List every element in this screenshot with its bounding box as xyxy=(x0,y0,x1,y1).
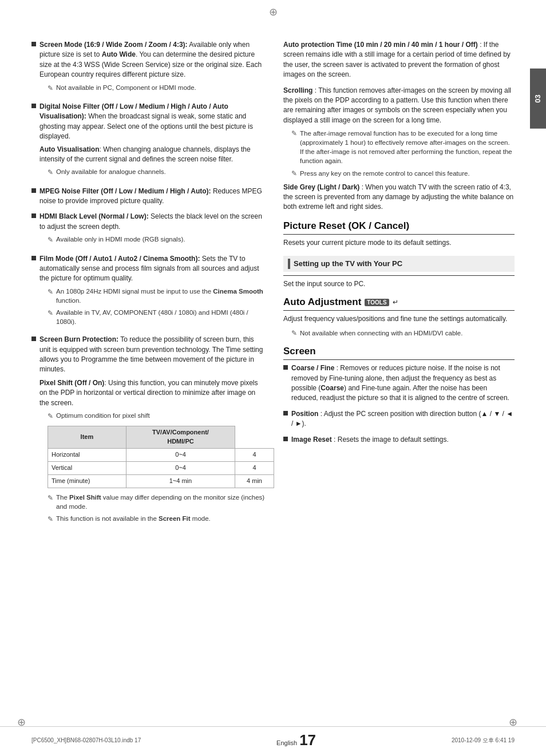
table-cell-time-range: 1~4 min xyxy=(126,475,235,488)
table-cell-vertical-label: Vertical xyxy=(48,462,126,475)
page-container: ⊕ 03 Basic Features Screen Mode (16:9 / … xyxy=(0,0,546,756)
picture-reset-body: Resets your current picture mode to its … xyxy=(283,238,515,248)
bullet-position: Position : Adjust the PC screen position… xyxy=(283,409,515,429)
bullet-square-icon xyxy=(31,104,36,108)
side-grey-section: Side Grey (Light / Dark) : When you watc… xyxy=(283,183,515,212)
crosshair-top-icon: ⊕ xyxy=(269,6,278,18)
screen-heading: Screen xyxy=(283,346,515,357)
image-reset-title: Image Reset xyxy=(291,436,332,444)
note-text: Available in TV, AV, COMPONENT (480i / 1… xyxy=(56,308,266,326)
note-text: Press any key on the remote control to c… xyxy=(300,169,515,178)
screen-burn-title: Screen Burn Protection: xyxy=(39,335,118,343)
table-header-item: Item xyxy=(48,426,126,449)
mpeg-noise-title: MPEG Noise Filter (Off / Low / Medium / … xyxy=(39,187,211,195)
table-cell-time-val: 4 min xyxy=(235,475,274,488)
note-pencil-icon: ✎ xyxy=(48,514,53,524)
picture-reset-section: Picture Reset (OK / Cancel) Resets your … xyxy=(283,220,515,248)
note-text: Not available in PC, Component or HDMI m… xyxy=(56,83,266,92)
section-divider xyxy=(283,234,515,235)
pixel-shift-table: Item TV/AV/Component/HDMI/PC Horizontal … xyxy=(48,426,274,488)
bullet-film-mode: Film Mode (Off / Auto1 / Auto2 / Cinema … xyxy=(31,254,266,330)
bullet-square-icon xyxy=(31,188,36,193)
left-column: Screen Mode (16:9 / Wide Zoom / Zoom / 4… xyxy=(31,40,266,533)
table-header-tvav: TV/AV/Component/HDMI/PC xyxy=(126,426,235,449)
bullet-square-icon xyxy=(283,437,288,441)
footer-lang: English xyxy=(276,739,297,746)
pixel-shift-title: Pixel Shift (Off / On) xyxy=(39,379,104,387)
position-body: : Adjust the PC screen position with dir… xyxy=(291,410,513,428)
table-cell-time-label: Time (minute) xyxy=(48,475,126,488)
digital-noise-note: ✎ Only available for analogue channels. xyxy=(48,167,266,177)
note-pencil-icon: ✎ xyxy=(48,493,53,503)
bullet-digital-noise: Digital Noise Filter (Off / Low / Medium… xyxy=(31,102,266,181)
note-pencil-icon: ✎ xyxy=(48,308,53,318)
hdmi-black-title: HDMI Black Level (Normal / Low): xyxy=(39,212,149,220)
bullet-screen-burn: Screen Burn Protection: To reduce the po… xyxy=(31,335,266,527)
pixel-shift-note2: ✎ The Pixel Shift value may differ depen… xyxy=(48,493,266,511)
auto-adjustment-heading: Auto Adjustment xyxy=(283,296,361,308)
auto-adjustment-section: Auto Adjustment TOOLS ↵ Adjust frequency… xyxy=(283,296,515,338)
setting-bar: Setting up the TV with Your PC xyxy=(283,256,515,272)
main-content: Screen Mode (16:9 / Wide Zoom / Zoom / 4… xyxy=(0,23,546,551)
bullet-square-icon xyxy=(31,337,36,341)
right-column: Auto protection Time (10 min / 20 min / … xyxy=(283,40,515,533)
auto-protection-title: Auto protection Time (10 min / 20 min / … xyxy=(283,41,478,49)
table-cell-vertical-val: 4 xyxy=(235,462,274,475)
table-cell-horizontal-range: 0~4 xyxy=(126,449,235,462)
screen-mode-note: ✎ Not available in PC, Component or HDMI… xyxy=(48,83,266,93)
note-pencil-icon: ✎ xyxy=(291,129,297,137)
pixel-shift-note: ✎ Optimum condition for pixel shift xyxy=(48,411,266,421)
table-row: Horizontal 0~4 4 xyxy=(48,449,274,462)
bullet-square-icon xyxy=(31,42,36,46)
footer-page-number: 17 xyxy=(299,731,316,749)
note-text: The after-image removal function has to … xyxy=(300,129,515,165)
note-pencil-icon: ✎ xyxy=(48,411,53,421)
page-footer: [PC6500_XH]BN68-02807H-03L10.indb 17 Eng… xyxy=(0,726,546,749)
position-title: Position xyxy=(291,410,318,418)
bullet-square-icon xyxy=(283,411,288,415)
film-mode-note2: ✎ Available in TV, AV, COMPONENT (480i /… xyxy=(48,308,266,326)
scrolling-section: Scrolling : This function removes after-… xyxy=(283,86,515,126)
note-pencil-icon: ✎ xyxy=(48,168,53,177)
bullet-hdmi-black: HDMI Black Level (Normal / Low): Selects… xyxy=(31,212,266,248)
table-cell-vertical-range: 0~4 xyxy=(126,462,235,475)
note-pencil-icon: ✎ xyxy=(291,329,297,337)
auto-protection-section: Auto protection Time (10 min / 20 min / … xyxy=(283,40,515,80)
bullet-square-icon xyxy=(283,365,288,370)
pixel-shift-note3: ✎ This function is not available in the … xyxy=(48,514,266,524)
coarse-fine-title: Coarse / Fine xyxy=(291,364,334,372)
film-mode-title: Film Mode (Off / Auto1 / Auto2 / Cinema … xyxy=(39,255,200,263)
bullet-coarse-fine: Coarse / Fine : Removes or reduces pictu… xyxy=(283,363,515,403)
auto-vis-title: Auto Visualisation xyxy=(39,145,99,153)
note-text: Available only in HDMI mode (RGB signals… xyxy=(56,235,266,244)
bullet-image-reset: Image Reset : Resets the image to defaul… xyxy=(283,435,515,445)
footer-date-info: 2010-12-09 오후 6:41 19 xyxy=(452,737,515,745)
footer-file-info: [PC6500_XH]BN68-02807H-03L10.indb 17 xyxy=(31,737,141,743)
note-pencil-icon: ✎ xyxy=(48,287,53,297)
note-pencil-icon: ✎ xyxy=(48,235,53,245)
scrolling-note2: ✎ Press any key on the remote control to… xyxy=(291,169,515,178)
note-text: Only available for analogue channels. xyxy=(56,167,266,176)
note-text: Optimum condition for pixel shift xyxy=(56,411,266,420)
bullet-square-icon xyxy=(31,256,36,260)
side-grey-title: Side Grey (Light / Dark) xyxy=(283,183,359,191)
setting-up-tv-section: Setting up the TV with Your PC Set the i… xyxy=(283,256,515,289)
note-text: Not available when connecting with an HD… xyxy=(300,328,515,338)
scrolling-body: : This function removes after-images on … xyxy=(283,86,511,124)
setting-bar-accent xyxy=(288,259,290,269)
note-text: The Pixel Shift value may differ dependi… xyxy=(56,493,266,511)
table-cell-horizontal-label: Horizontal xyxy=(48,449,126,462)
auto-adjustment-body: Adjust frequency values/positions and fi… xyxy=(283,314,515,324)
bullet-mpeg-noise: MPEG Noise Filter (Off / Low / Medium / … xyxy=(31,187,266,207)
section-divider xyxy=(283,310,515,311)
section-divider xyxy=(283,359,515,360)
scrolling-title: Scrolling xyxy=(283,86,312,94)
screen-section: Screen Coarse / Fine : Removes or reduce… xyxy=(283,346,515,445)
table-cell-horizontal-val: 4 xyxy=(235,449,274,462)
side-tab-number: 03 xyxy=(533,94,542,102)
setting-up-body: Set the input source to PC. xyxy=(283,279,515,289)
bullet-square-icon xyxy=(31,213,36,218)
scrolling-note1: ✎ The after-image removal function has t… xyxy=(291,129,515,165)
note-pencil-icon: ✎ xyxy=(48,84,53,93)
bullet-screen-mode: Screen Mode (16:9 / Wide Zoom / Zoom / 4… xyxy=(31,40,266,96)
